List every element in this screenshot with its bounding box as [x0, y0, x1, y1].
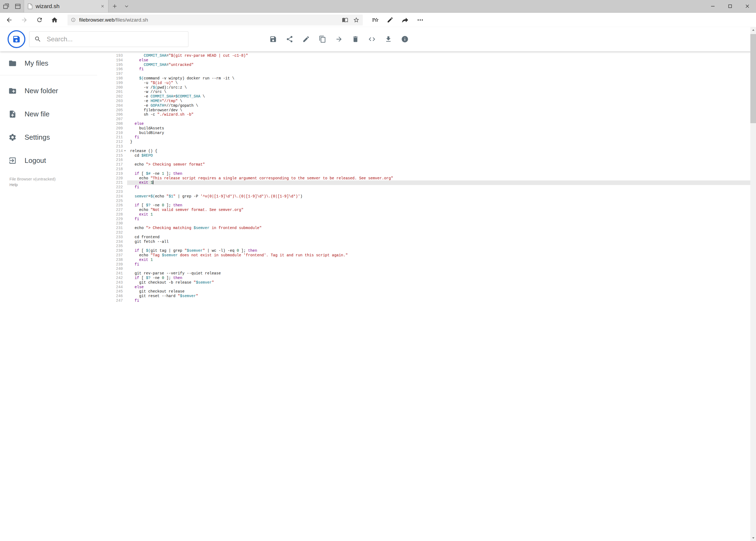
code-line-197[interactable]: 197: [109, 72, 750, 76]
code-line-214[interactable]: 214▾release () {: [109, 149, 750, 154]
page-info-icon[interactable]: [71, 17, 76, 22]
scrollbar-thumb[interactable]: [750, 34, 756, 123]
back-icon[interactable]: [2, 13, 17, 27]
code-line-234[interactable]: 234 git fetch --all: [109, 240, 750, 244]
code-line-193[interactable]: 193 COMMIT_SHA="$(git rev-parse HEAD | c…: [109, 54, 750, 58]
code-line-236[interactable]: 236 if [ $(git tag | grep "$semver" | wc…: [109, 249, 750, 253]
code-line-196[interactable]: 196 fi: [109, 67, 750, 72]
tab-wizard-sh[interactable]: wizard.sh: [24, 0, 109, 12]
code-line-239[interactable]: 239 fi: [109, 262, 750, 267]
code-line-244[interactable]: 244 else: [109, 285, 750, 289]
code-line-217[interactable]: 217 echo "> Checking semver format": [109, 162, 750, 167]
code-line-243[interactable]: 243 git checkout -b release "$semver": [109, 280, 750, 285]
reading-view-icon[interactable]: [342, 17, 348, 23]
code-line-238[interactable]: 238 exit 1: [109, 258, 750, 262]
code-line-195[interactable]: 195 COMMIT_SHA="untracked": [109, 63, 750, 67]
share-button[interactable]: [286, 35, 293, 43]
window-maximize-button[interactable]: [721, 0, 739, 12]
tab-preview-icon[interactable]: [12, 0, 24, 12]
scroll-down-icon[interactable]: [750, 535, 756, 541]
code-line-226[interactable]: 226 if [ $? -ne 0 ]; then: [109, 203, 750, 208]
search-box[interactable]: [29, 31, 188, 47]
refresh-icon[interactable]: [32, 13, 47, 27]
code-line-198[interactable]: 198 $(command -v winpty) docker run --rm…: [109, 76, 750, 81]
code-line-232[interactable]: 232: [109, 231, 750, 235]
code-line-228[interactable]: 228 exit 1: [109, 212, 750, 217]
window-close-button[interactable]: [739, 0, 756, 12]
info-button[interactable]: [401, 35, 409, 43]
sidebar-item-settings[interactable]: Settings: [0, 126, 109, 149]
code-line-201[interactable]: 201 -w //src \: [109, 90, 750, 94]
code-line-218[interactable]: 218: [109, 167, 750, 172]
code-line-222[interactable]: 222 fi: [109, 185, 750, 190]
home-icon[interactable]: [47, 13, 62, 27]
code-line-210[interactable]: 210 buildBinary: [109, 131, 750, 135]
delete-button[interactable]: [352, 35, 359, 43]
forward-icon[interactable]: [17, 13, 32, 27]
code-line-247[interactable]: 247 fi: [109, 298, 750, 303]
code-line-215[interactable]: 215 cd $REPO: [109, 154, 750, 158]
code-line-207[interactable]: 207: [109, 117, 750, 122]
tab-close-icon[interactable]: [101, 4, 105, 8]
filebrowser-logo[interactable]: [8, 30, 25, 48]
hub-favorites-icon[interactable]: [369, 13, 380, 27]
code-line-225[interactable]: 225: [109, 199, 750, 204]
favorite-star-icon[interactable]: [353, 17, 360, 23]
code-line-216[interactable]: 216: [109, 158, 750, 162]
code-line-220[interactable]: 220 echo "This release script requires a…: [109, 176, 750, 181]
download-button[interactable]: [384, 35, 392, 43]
move-button[interactable]: [335, 35, 343, 43]
code-line-208[interactable]: 208 else: [109, 122, 750, 126]
code-line-221[interactable]: 221 exit 1: [109, 181, 750, 185]
code-line-223[interactable]: 223: [109, 190, 750, 194]
scroll-up-icon[interactable]: [750, 27, 756, 33]
code-line-233[interactable]: 233 cd frontend: [109, 235, 750, 240]
code-line-219[interactable]: 219 if [ $# -ne 1 ]; then: [109, 172, 750, 176]
code-line-202[interactable]: 202 -e COMMIT_SHA=$COMMIT_SHA \: [109, 94, 750, 99]
code-line-209[interactable]: 209 buildAssets: [109, 126, 750, 131]
search-input[interactable]: [46, 35, 183, 43]
sidebar-item-new-file[interactable]: New file: [0, 102, 109, 126]
vertical-scrollbar[interactable]: [750, 27, 756, 541]
code-line-245[interactable]: 245 git checkout release: [109, 289, 750, 294]
code-line-240[interactable]: 240: [109, 267, 750, 271]
tab-preview-toggle-icon[interactable]: [121, 0, 132, 12]
code-view-button[interactable]: [368, 35, 376, 43]
code-line-237[interactable]: 237 echo "Tag $semver does not exist in …: [109, 253, 750, 258]
window-minimize-button[interactable]: [704, 0, 721, 12]
more-options-icon[interactable]: [414, 13, 426, 27]
code-line-204[interactable]: 204 -e GOPATH=//tmp/gopath \: [109, 104, 750, 108]
help-link[interactable]: Help: [9, 182, 56, 188]
code-line-229[interactable]: 229 fi: [109, 217, 750, 222]
share-icon[interactable]: [399, 13, 411, 27]
code-line-230[interactable]: 230: [109, 221, 750, 226]
code-line-205[interactable]: 205 filebrowser/dev \: [109, 108, 750, 113]
code-line-200[interactable]: 200 -v /$(pwd):/src:z \: [109, 85, 750, 90]
code-editor[interactable]: 193 COMMIT_SHA="$(git rev-parse HEAD | c…: [109, 51, 750, 541]
code-line-211[interactable]: 211 fi: [109, 135, 750, 140]
code-line-194[interactable]: 194 else: [109, 58, 750, 63]
sidebar-item-new-folder[interactable]: New folder: [0, 79, 109, 102]
fold-arrow-icon[interactable]: ▾: [123, 149, 127, 154]
code-line-242[interactable]: 242 if [ $? -ne 0 ]; then: [109, 276, 750, 280]
code-line-246[interactable]: 246 git reset --hard "$semver": [109, 294, 750, 298]
code-line-203[interactable]: 203 -e HOME="//tmp" \: [109, 99, 750, 104]
code-line-224[interactable]: 224 semver=$(echo "$1" | grep -P '^v(0|[…: [109, 194, 750, 199]
code-line-227[interactable]: 227 echo "Not valid semver format. See s…: [109, 208, 750, 212]
rename-button[interactable]: [302, 35, 310, 43]
code-line-199[interactable]: 199 -u "$(id -u)" \: [109, 81, 750, 85]
new-tab-button[interactable]: [109, 0, 121, 12]
url-field[interactable]: filebrowser.web/files/wizard.sh: [68, 15, 363, 25]
web-note-pen-icon[interactable]: [384, 13, 396, 27]
code-line-231[interactable]: 231 echo "> Checking matching $semver in…: [109, 226, 750, 231]
save-button[interactable]: [269, 35, 277, 43]
code-line-213[interactable]: 213: [109, 144, 750, 149]
sidebar-item-logout[interactable]: Logout: [0, 149, 109, 172]
code-line-206[interactable]: 206 sh -c "./wizard.sh -b": [109, 112, 750, 117]
code-line-235[interactable]: 235: [109, 244, 750, 249]
sidebar-item-my-files[interactable]: My files: [0, 53, 97, 74]
code-line-212[interactable]: 212}: [109, 140, 750, 144]
tabs-aside-icon[interactable]: [0, 0, 12, 12]
copy-button[interactable]: [319, 35, 326, 43]
code-line-241[interactable]: 241 git rev-parse --verify --quiet relea…: [109, 271, 750, 276]
